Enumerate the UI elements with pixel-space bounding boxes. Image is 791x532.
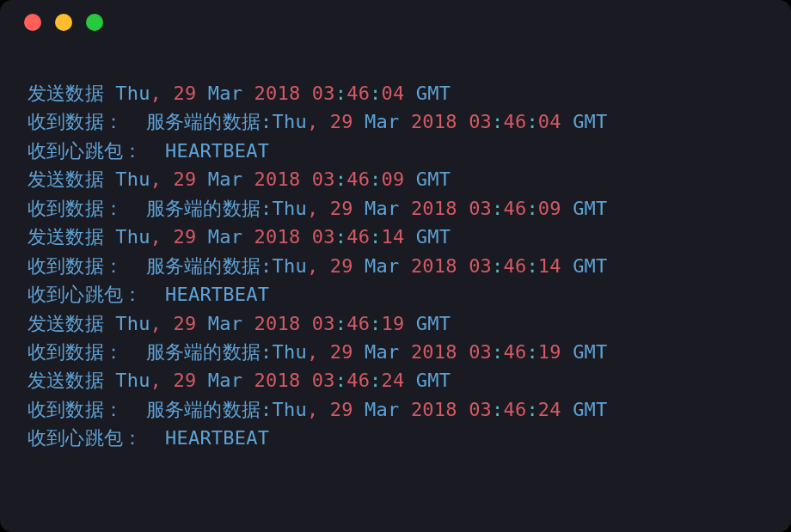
- log-token: 46: [346, 313, 370, 334]
- log-token: :: [492, 255, 503, 277]
- log-token: 46: [346, 83, 370, 104]
- log-token: ,: [150, 83, 174, 104]
- log-line: 收到心跳包： HEARTBEAT: [28, 280, 763, 309]
- terminal-output: 发送数据 Thu, 29 Mar 2018 03:46:04 GMT收到数据： …: [0, 45, 791, 474]
- log-token: 29: [173, 313, 196, 334]
- maximize-icon[interactable]: [86, 14, 103, 31]
- log-token: 24: [538, 399, 561, 420]
- log-line: 发送数据 Thu, 29 Mar 2018 03:46:09 GMT: [28, 165, 763, 193]
- log-token: :: [370, 313, 381, 334]
- log-token: :: [335, 370, 346, 391]
- log-token: 29: [330, 111, 353, 132]
- log-token: 发送数据: [28, 370, 115, 391]
- log-token: 14: [382, 226, 405, 248]
- log-token: 29: [173, 83, 196, 104]
- log-token: 收到数据： 服务端的数据:: [28, 111, 273, 132]
- log-token: 03: [469, 341, 492, 363]
- log-token: 收到心跳包： HEARTBEAT: [28, 140, 269, 162]
- log-token: Thu: [273, 111, 307, 132]
- log-token: 03: [312, 83, 335, 104]
- log-token: 09: [382, 168, 405, 190]
- log-token: :: [370, 83, 381, 104]
- log-token: :: [526, 255, 537, 277]
- log-token: 03: [469, 399, 492, 420]
- log-token: Mar: [196, 313, 254, 334]
- log-token: 2018: [411, 198, 457, 219]
- log-token: 09: [538, 198, 561, 219]
- log-token: Mar: [196, 370, 254, 391]
- log-token: 03: [312, 168, 335, 190]
- log-token: 24: [382, 370, 405, 391]
- log-token: 收到数据： 服务端的数据:: [28, 399, 273, 420]
- log-token: :: [526, 198, 537, 219]
- log-token: 29: [330, 399, 353, 420]
- log-token: Mar: [353, 198, 411, 219]
- log-token: ,: [307, 399, 330, 420]
- log-line: 收到数据： 服务端的数据:Thu, 29 Mar 2018 03:46:09 G…: [28, 194, 763, 223]
- log-token: [300, 83, 311, 104]
- log-token: 03: [312, 226, 335, 248]
- log-token: :: [335, 83, 346, 104]
- log-token: 29: [173, 226, 196, 248]
- log-token: 04: [538, 111, 561, 132]
- log-token: Mar: [353, 399, 411, 420]
- log-token: 收到心跳包： HEARTBEAT: [28, 284, 269, 305]
- log-line: 发送数据 Thu, 29 Mar 2018 03:46:04 GMT: [28, 79, 763, 107]
- log-token: Mar: [196, 83, 254, 104]
- log-token: Thu: [115, 313, 150, 334]
- log-token: 发送数据: [28, 83, 115, 104]
- log-token: 2018: [254, 313, 301, 334]
- log-token: :: [370, 370, 381, 391]
- log-token: 03: [312, 313, 335, 334]
- log-token: 03: [469, 111, 492, 132]
- log-token: :: [335, 313, 346, 334]
- log-token: [300, 226, 311, 248]
- log-token: :: [492, 198, 503, 219]
- log-line: 发送数据 Thu, 29 Mar 2018 03:46:14 GMT: [28, 223, 763, 251]
- log-token: 2018: [254, 168, 301, 190]
- log-token: GMT: [404, 370, 451, 391]
- log-token: 46: [503, 255, 526, 277]
- log-token: Thu: [273, 399, 307, 420]
- log-token: GMT: [404, 168, 451, 190]
- log-token: :: [335, 226, 346, 248]
- log-token: 03: [312, 370, 335, 391]
- log-token: [300, 313, 311, 334]
- log-token: 46: [503, 341, 526, 363]
- log-token: Thu: [273, 198, 307, 219]
- log-token: :: [370, 168, 381, 190]
- log-token: 19: [538, 341, 561, 363]
- log-token: [457, 399, 469, 420]
- log-token: Mar: [196, 226, 254, 248]
- log-token: ,: [150, 168, 174, 190]
- log-token: 发送数据: [28, 226, 115, 248]
- log-token: ,: [307, 255, 330, 277]
- log-token: Thu: [273, 341, 307, 363]
- log-token: ,: [150, 226, 174, 248]
- log-token: ,: [150, 370, 174, 391]
- log-token: Thu: [115, 226, 150, 248]
- log-token: 2018: [411, 111, 457, 132]
- log-token: 发送数据: [28, 168, 115, 190]
- log-token: GMT: [561, 198, 608, 219]
- log-token: 2018: [411, 341, 457, 363]
- log-token: 2018: [254, 370, 301, 391]
- log-token: GMT: [404, 313, 451, 334]
- log-token: 46: [346, 370, 370, 391]
- log-line: 发送数据 Thu, 29 Mar 2018 03:46:24 GMT: [28, 366, 763, 394]
- log-line: 收到数据： 服务端的数据:Thu, 29 Mar 2018 03:46:04 G…: [28, 107, 763, 136]
- close-icon[interactable]: [24, 14, 41, 31]
- minimize-icon[interactable]: [55, 14, 72, 31]
- log-token: 46: [346, 168, 370, 190]
- log-token: 2018: [254, 83, 301, 104]
- log-token: [457, 198, 469, 219]
- log-token: 46: [503, 198, 526, 219]
- log-token: Thu: [115, 83, 150, 104]
- titlebar: [0, 0, 791, 45]
- log-token: ,: [150, 313, 174, 334]
- log-token: 收到数据： 服务端的数据:: [28, 341, 273, 363]
- log-token: Mar: [353, 341, 411, 363]
- log-token: Thu: [115, 168, 150, 190]
- log-token: 29: [173, 168, 196, 190]
- log-token: [457, 111, 469, 132]
